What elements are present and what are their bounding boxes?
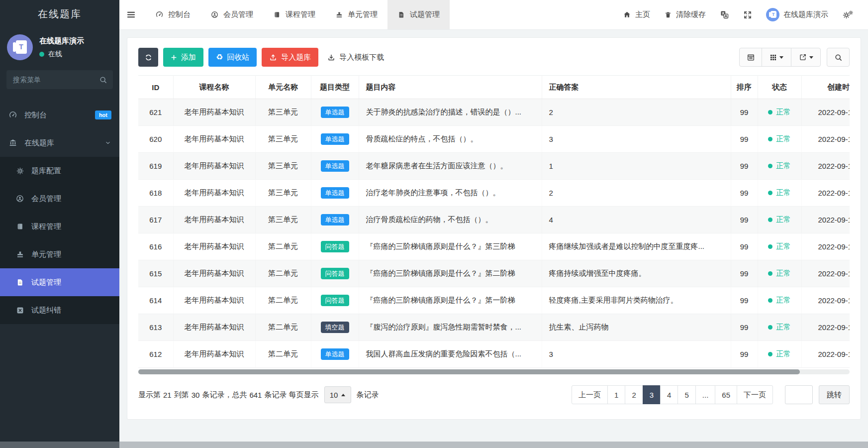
tab-units[interactable]: 单元管理 (325, 0, 387, 29)
export-button[interactable] (791, 48, 821, 67)
add-button[interactable]: 添加 (163, 48, 203, 67)
detail-view-button[interactable] (739, 48, 762, 67)
home-link[interactable]: 主页 (616, 0, 657, 29)
table-cell: 骨质疏松症的特点，不包括（）。 (359, 126, 542, 153)
tab-questions[interactable]: 试题管理 (387, 0, 450, 29)
sidebar-search-input[interactable] (6, 70, 113, 89)
table-cell: 关于肺炎的抗感染治疗的描述，错误的是（）... (359, 99, 542, 126)
app-title: 在线题库 (0, 0, 119, 28)
table-cell: 1 (542, 153, 731, 180)
page-next-button[interactable]: 下一页 (737, 385, 773, 404)
tab-courses[interactable]: 课程管理 (263, 0, 325, 29)
page-number-button[interactable]: 3 (643, 385, 661, 404)
table-row[interactable]: 615老年用药基本知识第二单元问答题『癌痛的三阶梯镇痛原则是什么？』第二阶梯疼痛… (138, 260, 850, 287)
table-row[interactable]: 618老年用药基本知识第三单元单选题治疗老年肺炎的注意事项，不包括（）。299正… (138, 180, 850, 207)
user-icon (210, 10, 219, 19)
page-number-button[interactable]: 2 (625, 385, 643, 404)
table-row[interactable]: 621老年用药基本知识第三单元单选题关于肺炎的抗感染治疗的描述，错误的是（）..… (138, 99, 850, 126)
document-icon (397, 11, 405, 19)
chevron-down-icon (104, 139, 111, 146)
scrollbar-thumb[interactable] (138, 369, 800, 374)
table-row[interactable]: 619老年用药基本知识第三单元单选题老年糖尿病患者在生活方面应该注意（）。199… (138, 153, 850, 180)
tab-dashboard[interactable]: 控制台 (145, 0, 200, 29)
navbar-user-name: 在线题库演示 (783, 10, 828, 19)
page-number-button[interactable]: 5 (677, 385, 695, 404)
question-type-badge: 填空题 (321, 322, 349, 333)
sidebar-item-dashboard[interactable]: 控制台 hot (0, 101, 119, 129)
list-view-icon (747, 53, 755, 62)
sidebar-item-question-errors[interactable]: 试题纠错 (0, 296, 119, 324)
table-row[interactable]: 617老年用药基本知识第三单元单选题治疗骨质疏松症的药物，不包括（）。499正常… (138, 207, 850, 233)
table-cell: 治疗老年肺炎的注意事项，不包括（）。 (359, 180, 542, 207)
status-badge: 正常 (768, 134, 791, 144)
page-size-value: 10 (330, 391, 338, 399)
question-type-badge: 问答题 (321, 268, 349, 279)
trash-icon (664, 11, 672, 19)
status-badge: 正常 (768, 242, 791, 251)
status-cell: 正常 (758, 180, 801, 207)
sidebar-item-courses[interactable]: 课程管理 (0, 213, 119, 240)
page-horizontal-scrollbar[interactable] (0, 442, 868, 448)
jump-button[interactable]: 跳转 (819, 385, 850, 404)
page-number-button[interactable]: 65 (715, 385, 737, 404)
sidebar-item-bank-config[interactable]: 题库配置 (0, 157, 119, 185)
table-cell: 2022-09-16 (801, 207, 850, 233)
refresh-button[interactable] (138, 48, 158, 67)
table-cell: 621 (138, 99, 173, 126)
sidebar-item-members[interactable]: 会员管理 (0, 185, 119, 213)
main-area: 控制台 会员管理 课程管理 单元管理 试题管理 (119, 0, 868, 448)
table-cell: 第二单元 (255, 233, 311, 260)
settings-button[interactable] (835, 0, 861, 29)
tab-members[interactable]: 会员管理 (200, 0, 263, 29)
table-row[interactable]: 614老年用药基本知识第二单元问答题『癌痛的三阶梯镇痛原则是什么？』第一阶梯轻度… (138, 287, 850, 314)
search-icon (99, 76, 107, 84)
caret-up-icon (341, 394, 345, 396)
column-header-8: 状态 (758, 76, 801, 99)
sidebar-item-units[interactable]: 单元管理 (0, 240, 119, 268)
clear-cache-link[interactable]: 清除缓存 (657, 0, 713, 29)
translate-button[interactable] (713, 0, 736, 29)
recycle-bin-button[interactable]: ♻ 回收站 (208, 48, 257, 67)
navbar-avatar: T (766, 8, 779, 21)
page-ellipsis[interactable]: ... (695, 385, 716, 404)
fullscreen-button[interactable] (736, 0, 759, 29)
table-row[interactable]: 612老年用药基本知识第二单元单选题我国人群高血压发病的重要危险因素不包括（..… (138, 341, 850, 368)
table-cell: 99 (731, 207, 758, 233)
table-cell: 老年用药基本知识 (173, 341, 255, 368)
home-label: 主页 (635, 10, 650, 19)
search-icon (834, 53, 843, 62)
table-cell: 第三单元 (255, 207, 311, 233)
table-cell: 618 (138, 180, 173, 207)
sidebar-item-label: 单元管理 (31, 250, 61, 259)
search-toggle-button[interactable] (827, 48, 850, 67)
user-menu[interactable]: T 在线题库演示 (759, 0, 835, 29)
sidebar-item-question-bank[interactable]: 在线题库 (0, 129, 119, 157)
table-row[interactable]: 620老年用药基本知识第三单元单选题骨质疏松症的特点，不包括（）。399正常20… (138, 126, 850, 153)
page-size-select[interactable]: 10 (324, 386, 351, 403)
table-row[interactable]: 616老年用药基本知识第二单元问答题『癌痛的三阶梯镇痛原则是什么？』第三阶梯疼痛… (138, 233, 850, 260)
table-cell: 『癌痛的三阶梯镇痛原则是什么？』第一阶梯 (359, 287, 542, 314)
import-button[interactable]: 导入题库 (262, 48, 318, 67)
table-cell: 99 (731, 314, 758, 341)
jump-page-input[interactable] (785, 385, 813, 404)
menu-toggle-icon[interactable] (119, 0, 142, 29)
online-label: 在线 (48, 50, 62, 59)
status-badge: 正常 (768, 269, 791, 278)
column-header-9: 创建时间 (801, 76, 850, 99)
template-download-link[interactable]: 导入模板下载 (327, 53, 384, 62)
user-icon (15, 194, 25, 203)
grid-icon (770, 54, 777, 61)
questions-table: ID课程名称单元名称题目类型题目内容正确答案排序状态创建时间 621老年用药基本… (138, 75, 850, 368)
table-cell: 99 (731, 341, 758, 368)
page-prev-button[interactable]: 上一页 (572, 385, 608, 404)
user-avatar[interactable]: T (7, 34, 33, 60)
page-number-button[interactable]: 1 (607, 385, 625, 404)
table-cell: 疼痛继续加强或者是难以控制的中度至重度疼... (542, 233, 731, 260)
sidebar-item-questions[interactable]: 试题管理 (0, 268, 119, 296)
page-number-button[interactable]: 4 (660, 385, 678, 404)
columns-button[interactable] (762, 48, 791, 67)
table-row[interactable]: 613老年用药基本知识第二单元填空题『腹泻的治疗原则』腹泻急性期需暂时禁食，..… (138, 314, 850, 341)
caret-down-icon (809, 56, 813, 59)
status-dot (768, 137, 772, 141)
status-badge: 正常 (768, 296, 791, 305)
